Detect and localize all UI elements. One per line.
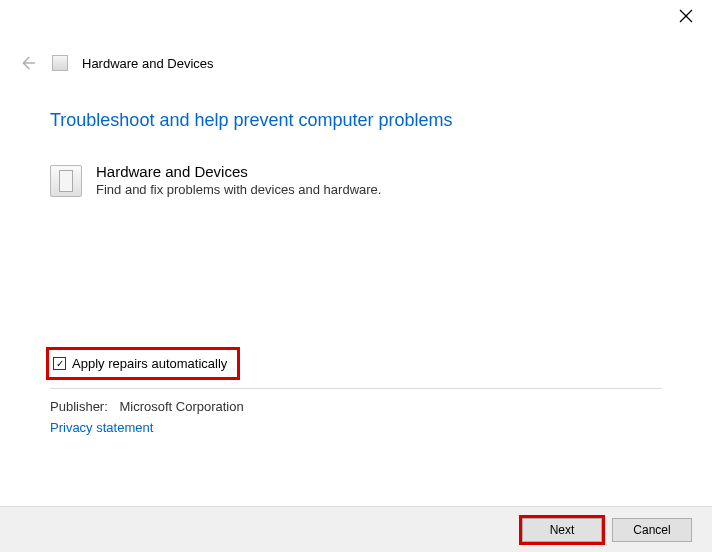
cancel-button[interactable]: Cancel	[612, 518, 692, 542]
header: Hardware and Devices	[0, 32, 712, 82]
privacy-statement-link[interactable]: Privacy statement	[50, 420, 662, 435]
device-text: Hardware and Devices Find and fix proble…	[96, 163, 381, 197]
next-button[interactable]: Next	[522, 518, 602, 542]
apply-repairs-label: Apply repairs automatically	[72, 356, 227, 371]
footer: Next Cancel	[0, 506, 712, 552]
apply-repairs-checkbox-row[interactable]: ✓ Apply repairs automatically	[46, 347, 240, 380]
device-title: Hardware and Devices	[96, 163, 381, 180]
troubleshooter-item: Hardware and Devices Find and fix proble…	[50, 163, 662, 197]
content-area: Troubleshoot and help prevent computer p…	[0, 82, 712, 435]
publisher-label: Publisher:	[50, 399, 108, 414]
page-heading: Troubleshoot and help prevent computer p…	[50, 110, 662, 131]
divider	[50, 388, 662, 389]
checkmark-icon: ✓	[56, 359, 64, 369]
troubleshooter-icon	[52, 55, 68, 71]
apply-repairs-checkbox[interactable]: ✓	[53, 357, 66, 370]
close-button[interactable]	[678, 8, 694, 24]
header-title: Hardware and Devices	[82, 56, 214, 71]
device-icon	[50, 165, 82, 197]
back-arrow-icon	[16, 52, 38, 74]
publisher-value: Microsoft Corporation	[119, 399, 243, 414]
titlebar	[0, 0, 712, 32]
device-description: Find and fix problems with devices and h…	[96, 182, 381, 197]
close-icon	[678, 8, 694, 24]
publisher-row: Publisher: Microsoft Corporation	[50, 399, 662, 414]
